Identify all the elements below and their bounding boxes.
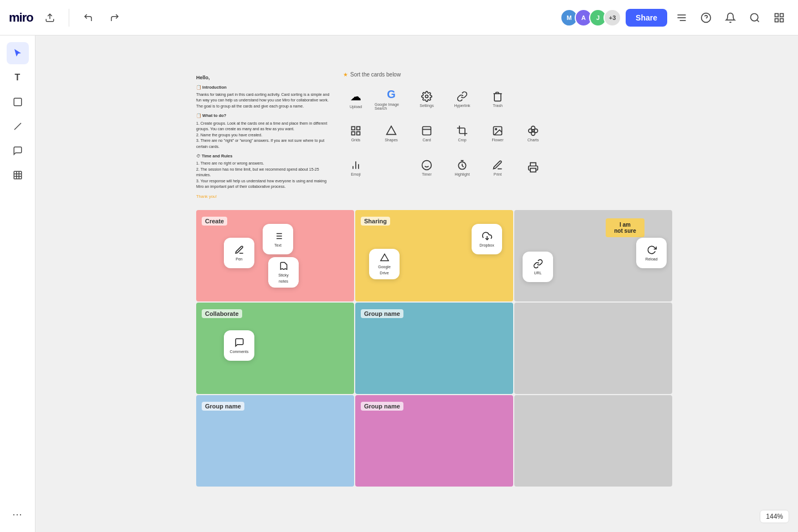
group-name-gray-2[interactable] [514,303,672,394]
redo-button[interactable] [105,8,125,28]
card-image-gallery[interactable]: Flower [481,117,514,150]
card-charts-label: Emoji [351,172,361,176]
card-charts[interactable]: Emoji [339,151,372,185]
frame-tool[interactable] [7,164,29,186]
group-sharing[interactable]: Sharing Dropbox Google Drive [355,210,513,301]
comment-tool[interactable] [7,140,29,162]
canvas[interactable]: Hello, 📋 Introduction Thanks for taking … [35,35,798,532]
greeting-text: Hello, [196,74,335,82]
card-upload[interactable]: ☁ Upload [339,83,372,116]
card-highlight-label: Print [494,172,502,176]
svg-rect-22 [352,132,355,135]
card-upload-label: Upload [350,105,362,109]
card-shapes[interactable]: Shapes [375,117,408,150]
sticky-not-sure[interactable]: I amnot sure [606,218,644,237]
notifications-button[interactable] [720,8,740,28]
svg-point-6 [751,13,758,21]
card-grids-label: Grids [351,138,361,142]
svg-rect-12 [14,98,22,106]
card-trash-label: Trash [493,104,503,108]
card-flower[interactable]: Charts [516,117,550,150]
avatar-extra-count[interactable]: +3 [603,9,621,27]
group-collaborate[interactable]: Collaborate Comments [196,303,354,394]
card-crop-label: Crop [458,138,466,142]
group-create-label: Create [202,217,227,226]
intro-text: Thanks for taking part in this card-sort… [196,92,335,110]
card-grids[interactable]: Grids [339,117,372,150]
card-google-image-search[interactable]: G Google Image Search [375,83,408,116]
svg-marker-24 [387,126,396,135]
help-button[interactable] [696,8,716,28]
sticky-tool[interactable] [7,91,29,113]
card-card[interactable]: Card [410,117,443,150]
card-dropbox[interactable]: Dropbox [472,224,502,254]
card-comments[interactable]: Comments [224,330,254,361]
svg-rect-11 [780,18,784,22]
card-trash[interactable]: Trash [481,83,514,116]
card-highlight[interactable]: Print [481,151,514,185]
svg-point-28 [495,129,497,130]
card-url[interactable]: URL [523,252,553,282]
svg-rect-8 [775,13,779,17]
what-text: 1. Create groups. Look at the cards one … [196,121,335,150]
card-pen[interactable]: Pen [224,238,254,268]
undo-button[interactable] [78,8,98,28]
topbar: miro M A J +3 Share [0,0,798,35]
card-sticky-notes[interactable]: Sticky notes [268,257,299,288]
card-reload[interactable]: Reload [636,238,667,268]
star-icon: ★ [343,71,348,78]
svg-rect-20 [352,127,355,130]
card-print[interactable] [516,151,550,185]
group-name-bottom-left-label: Group name [202,402,244,411]
svg-rect-10 [775,18,779,22]
line-tool[interactable] [7,115,29,137]
zoom-level: 144% [766,513,783,520]
share-button[interactable]: Share [626,9,667,27]
time-title: Time and Rules [202,154,232,158]
topbar-left: miro [9,8,125,28]
sort-cards-header: ★ Sort the cards below [343,71,401,78]
svg-rect-21 [357,127,360,130]
card-emoji[interactable]: Timer [410,151,443,185]
svg-rect-9 [780,13,784,17]
more-tools-button[interactable]: ··· [7,503,29,525]
search-button[interactable] [745,8,765,28]
svg-rect-37 [530,168,536,172]
settings-icon-button[interactable] [672,8,692,28]
zoom-indicator: 144% [760,510,789,523]
group-i-am-not-sure[interactable]: I amnot sure Reload URL [514,210,672,301]
card-google-drive[interactable]: Google Drive [369,249,400,279]
group-create[interactable]: Create Pen Text Sticky notes [196,210,354,301]
card-timer[interactable]: Highlight [446,151,479,185]
icon-cards-grid: ☁ Upload G Google Image Search Settings … [339,83,551,185]
card-hyperlink[interactable]: Hyperlink [446,83,479,116]
svg-rect-23 [357,132,360,135]
card-timer-label: Highlight [454,172,469,176]
instruction-panel: Hello, 📋 Introduction Thanks for taking … [196,74,335,201]
collaborators-group: M A J +3 [560,9,621,27]
card-settings-label: Settings [420,104,433,108]
card-settings[interactable]: Settings [410,83,443,116]
board-list-button[interactable] [769,8,789,28]
svg-line-13 [14,123,21,130]
upload-button[interactable] [40,8,60,28]
topbar-divider [69,9,69,27]
svg-marker-45 [380,254,388,260]
card-crop[interactable]: Crop [446,117,479,150]
text-tool[interactable]: T [7,66,29,89]
select-tool[interactable] [7,42,29,64]
empty-cell-2 [375,151,409,185]
sort-cards-label: Sort the cards below [350,71,401,78]
card-hyperlink-label: Hyperlink [454,104,470,108]
group-name-blue[interactable]: Group name [355,303,513,394]
group-name-blue-label: Group name [361,309,403,318]
svg-point-33 [422,161,432,170]
card-text[interactable]: Text [263,224,293,254]
group-name-pink[interactable]: Group name [355,395,513,487]
groups-area: Create Pen Text Sticky notes Sharing [196,210,770,515]
left-toolbar: T ··· [0,35,35,532]
group-name-bottom-right[interactable] [514,395,672,487]
group-name-bottom-left[interactable]: Group name [196,395,354,487]
svg-rect-14 [14,171,22,179]
group-collaborate-label: Collaborate [202,309,242,318]
